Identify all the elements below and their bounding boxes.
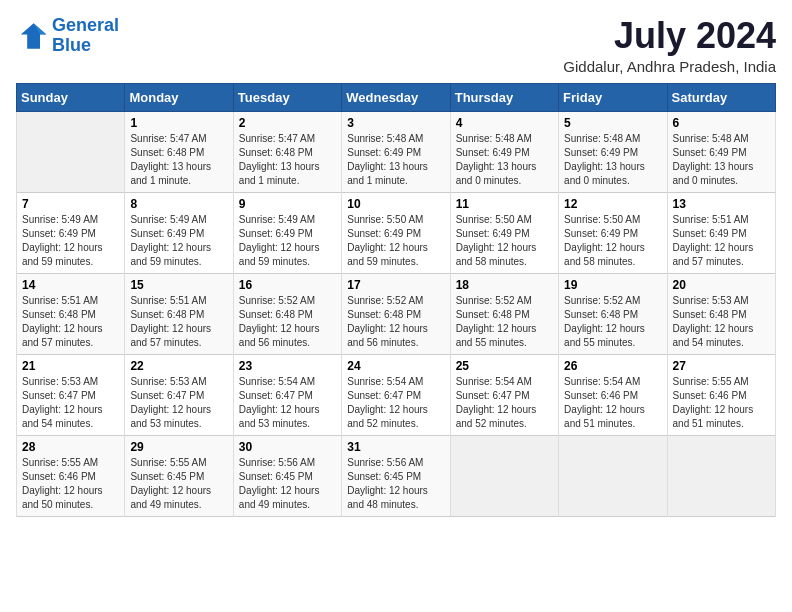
day-cell: 9Sunrise: 5:49 AMSunset: 6:49 PMDaylight… <box>233 192 341 273</box>
logo: General Blue <box>16 16 119 56</box>
sunset-text: Sunset: 6:49 PM <box>130 227 227 241</box>
day-number: 17 <box>347 278 444 292</box>
daylight-text: Daylight: 12 hours and 49 minutes. <box>130 484 227 512</box>
sunrise-text: Sunrise: 5:52 AM <box>564 294 661 308</box>
day-number: 25 <box>456 359 553 373</box>
sunset-text: Sunset: 6:49 PM <box>347 227 444 241</box>
daylight-text: Daylight: 12 hours and 51 minutes. <box>673 403 770 431</box>
daylight-text: Daylight: 12 hours and 53 minutes. <box>130 403 227 431</box>
daylight-text: Daylight: 12 hours and 57 minutes. <box>130 322 227 350</box>
daylight-text: Daylight: 12 hours and 54 minutes. <box>22 403 119 431</box>
day-cell: 11Sunrise: 5:50 AMSunset: 6:49 PMDayligh… <box>450 192 558 273</box>
logo-text: General Blue <box>52 16 119 56</box>
day-info: Sunrise: 5:56 AMSunset: 6:45 PMDaylight:… <box>347 456 444 512</box>
day-cell: 20Sunrise: 5:53 AMSunset: 6:48 PMDayligh… <box>667 273 775 354</box>
day-cell <box>450 435 558 516</box>
day-info: Sunrise: 5:54 AMSunset: 6:47 PMDaylight:… <box>456 375 553 431</box>
sunset-text: Sunset: 6:48 PM <box>239 308 336 322</box>
day-number: 30 <box>239 440 336 454</box>
sunrise-text: Sunrise: 5:51 AM <box>22 294 119 308</box>
day-cell: 1Sunrise: 5:47 AMSunset: 6:48 PMDaylight… <box>125 111 233 192</box>
sunrise-text: Sunrise: 5:54 AM <box>564 375 661 389</box>
svg-marker-0 <box>21 23 47 49</box>
sunset-text: Sunset: 6:49 PM <box>673 227 770 241</box>
day-number: 26 <box>564 359 661 373</box>
day-number: 27 <box>673 359 770 373</box>
sunset-text: Sunset: 6:48 PM <box>456 308 553 322</box>
day-info: Sunrise: 5:48 AMSunset: 6:49 PMDaylight:… <box>673 132 770 188</box>
day-info: Sunrise: 5:51 AMSunset: 6:49 PMDaylight:… <box>673 213 770 269</box>
sunrise-text: Sunrise: 5:53 AM <box>130 375 227 389</box>
sunrise-text: Sunrise: 5:48 AM <box>347 132 444 146</box>
day-number: 10 <box>347 197 444 211</box>
daylight-text: Daylight: 12 hours and 55 minutes. <box>456 322 553 350</box>
day-cell: 14Sunrise: 5:51 AMSunset: 6:48 PMDayligh… <box>17 273 125 354</box>
sunrise-text: Sunrise: 5:50 AM <box>456 213 553 227</box>
sunset-text: Sunset: 6:49 PM <box>456 227 553 241</box>
sunset-text: Sunset: 6:46 PM <box>22 470 119 484</box>
day-info: Sunrise: 5:52 AMSunset: 6:48 PMDaylight:… <box>347 294 444 350</box>
day-number: 22 <box>130 359 227 373</box>
day-cell: 24Sunrise: 5:54 AMSunset: 6:47 PMDayligh… <box>342 354 450 435</box>
day-number: 16 <box>239 278 336 292</box>
daylight-text: Daylight: 12 hours and 58 minutes. <box>456 241 553 269</box>
day-info: Sunrise: 5:54 AMSunset: 6:47 PMDaylight:… <box>347 375 444 431</box>
sunset-text: Sunset: 6:49 PM <box>564 146 661 160</box>
daylight-text: Daylight: 12 hours and 55 minutes. <box>564 322 661 350</box>
day-cell: 27Sunrise: 5:55 AMSunset: 6:46 PMDayligh… <box>667 354 775 435</box>
day-number: 3 <box>347 116 444 130</box>
daylight-text: Daylight: 13 hours and 1 minute. <box>239 160 336 188</box>
sunrise-text: Sunrise: 5:48 AM <box>564 132 661 146</box>
daylight-text: Daylight: 12 hours and 59 minutes. <box>239 241 336 269</box>
sunrise-text: Sunrise: 5:55 AM <box>673 375 770 389</box>
header-cell-friday: Friday <box>559 83 667 111</box>
day-info: Sunrise: 5:48 AMSunset: 6:49 PMDaylight:… <box>347 132 444 188</box>
day-number: 29 <box>130 440 227 454</box>
day-number: 28 <box>22 440 119 454</box>
daylight-text: Daylight: 12 hours and 59 minutes. <box>22 241 119 269</box>
day-number: 2 <box>239 116 336 130</box>
day-info: Sunrise: 5:51 AMSunset: 6:48 PMDaylight:… <box>130 294 227 350</box>
sunrise-text: Sunrise: 5:48 AM <box>456 132 553 146</box>
daylight-text: Daylight: 12 hours and 51 minutes. <box>564 403 661 431</box>
sunrise-text: Sunrise: 5:54 AM <box>239 375 336 389</box>
day-info: Sunrise: 5:54 AMSunset: 6:46 PMDaylight:… <box>564 375 661 431</box>
sunrise-text: Sunrise: 5:47 AM <box>239 132 336 146</box>
daylight-text: Daylight: 12 hours and 50 minutes. <box>22 484 119 512</box>
sunrise-text: Sunrise: 5:49 AM <box>239 213 336 227</box>
sunrise-text: Sunrise: 5:56 AM <box>239 456 336 470</box>
daylight-text: Daylight: 12 hours and 53 minutes. <box>239 403 336 431</box>
month-title: July 2024 <box>563 16 776 56</box>
day-cell: 10Sunrise: 5:50 AMSunset: 6:49 PMDayligh… <box>342 192 450 273</box>
sunset-text: Sunset: 6:49 PM <box>456 146 553 160</box>
day-number: 23 <box>239 359 336 373</box>
logo-icon <box>16 20 48 52</box>
daylight-text: Daylight: 12 hours and 59 minutes. <box>130 241 227 269</box>
day-info: Sunrise: 5:48 AMSunset: 6:49 PMDaylight:… <box>456 132 553 188</box>
sunset-text: Sunset: 6:47 PM <box>130 389 227 403</box>
daylight-text: Daylight: 13 hours and 0 minutes. <box>673 160 770 188</box>
sunset-text: Sunset: 6:49 PM <box>347 146 444 160</box>
week-row-5: 28Sunrise: 5:55 AMSunset: 6:46 PMDayligh… <box>17 435 776 516</box>
sunrise-text: Sunrise: 5:54 AM <box>456 375 553 389</box>
sunrise-text: Sunrise: 5:53 AM <box>673 294 770 308</box>
day-info: Sunrise: 5:48 AMSunset: 6:49 PMDaylight:… <box>564 132 661 188</box>
sunrise-text: Sunrise: 5:54 AM <box>347 375 444 389</box>
day-info: Sunrise: 5:47 AMSunset: 6:48 PMDaylight:… <box>239 132 336 188</box>
week-row-2: 7Sunrise: 5:49 AMSunset: 6:49 PMDaylight… <box>17 192 776 273</box>
sunrise-text: Sunrise: 5:55 AM <box>22 456 119 470</box>
sunrise-text: Sunrise: 5:51 AM <box>673 213 770 227</box>
sunset-text: Sunset: 6:47 PM <box>22 389 119 403</box>
location: Giddalur, Andhra Pradesh, India <box>563 58 776 75</box>
week-row-3: 14Sunrise: 5:51 AMSunset: 6:48 PMDayligh… <box>17 273 776 354</box>
day-number: 7 <box>22 197 119 211</box>
sunset-text: Sunset: 6:47 PM <box>239 389 336 403</box>
day-info: Sunrise: 5:51 AMSunset: 6:48 PMDaylight:… <box>22 294 119 350</box>
day-number: 4 <box>456 116 553 130</box>
day-number: 20 <box>673 278 770 292</box>
sunset-text: Sunset: 6:48 PM <box>347 308 444 322</box>
day-cell: 25Sunrise: 5:54 AMSunset: 6:47 PMDayligh… <box>450 354 558 435</box>
sunrise-text: Sunrise: 5:52 AM <box>239 294 336 308</box>
daylight-text: Daylight: 12 hours and 52 minutes. <box>347 403 444 431</box>
day-cell: 31Sunrise: 5:56 AMSunset: 6:45 PMDayligh… <box>342 435 450 516</box>
